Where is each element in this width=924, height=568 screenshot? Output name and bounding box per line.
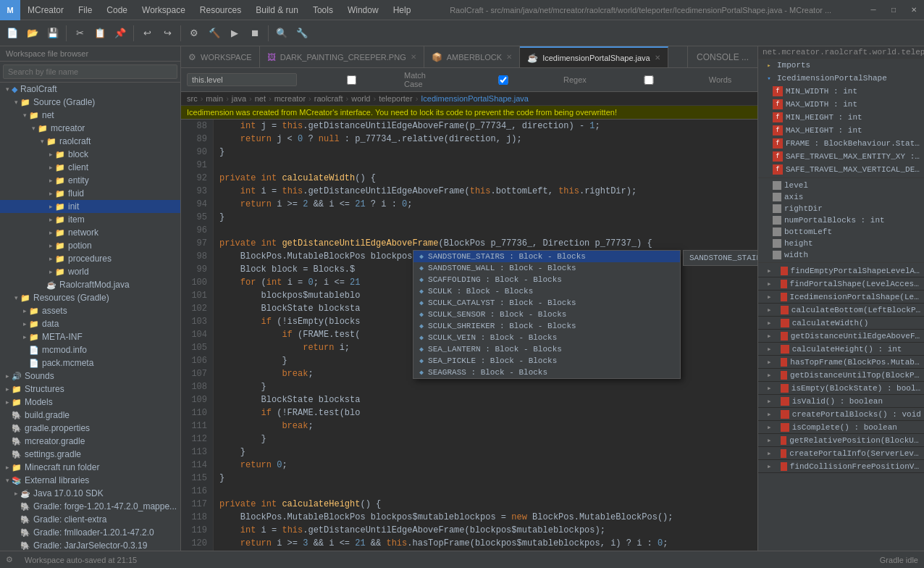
ac-item-6[interactable]: ◆ SCULK_SHRIEKER : Block - Blocks <box>413 320 680 332</box>
tree-models[interactable]: ▸ 📁 Models <box>0 396 180 409</box>
tree-buildgradle[interactable]: ▸ 🐘 build.gradle <box>0 409 180 422</box>
class-item[interactable]: ▾ IcedimensionPortalShape <box>758 72 924 85</box>
tree-item[interactable]: ▸ 📁 item <box>0 213 180 226</box>
field-level[interactable]: level <box>758 180 924 191</box>
method-calc-height[interactable]: ▸ calculateHeight() : int <box>758 343 924 356</box>
field-safe-vert[interactable]: f SAFE_TRAVEL_MAX_VERTICAL_DELT... <box>758 163 924 176</box>
tree-entity[interactable]: ▸ 📁 entity <box>0 174 180 187</box>
regex-option[interactable]: Regex <box>445 75 587 85</box>
toolbar-paste[interactable]: 📌 <box>111 24 130 43</box>
ac-item-8[interactable]: ◆ SEA_LANTERN : Block - Blocks <box>413 343 680 355</box>
ac-item-9[interactable]: ◆ SEA_PICKLE : Block - Blocks <box>413 355 680 367</box>
words-option[interactable]: Words <box>591 75 732 85</box>
toolbar-open[interactable]: 📂 <box>23 24 42 43</box>
find-input[interactable] <box>187 73 297 86</box>
method-find-empty[interactable]: ▸ findEmptyPortalShapeLevelAcces... <box>758 264 924 277</box>
field-frame[interactable]: f FRAME : BlockBehaviour.StatePredic... <box>758 137 924 150</box>
minimize-button[interactable]: ─ <box>863 0 883 20</box>
match-case-option[interactable]: Match Case <box>301 71 441 88</box>
tree-init[interactable]: ▸ 📁 init <box>0 200 180 213</box>
method-isvalid[interactable]: ▸ isValid() : boolean <box>758 395 924 408</box>
ac-item-5[interactable]: ◆ SCULK_SENSOR : Block - Blocks <box>413 309 680 320</box>
method-isempty[interactable]: ▸ isEmpty(BlockState) : boolean <box>758 382 924 395</box>
toolbar-btn9[interactable]: 🔍 <box>272 24 291 43</box>
tab-workspace[interactable]: ⚙ WORKSPACE <box>181 46 260 67</box>
field-bottomleft[interactable]: bottomLeft <box>758 226 924 238</box>
field-width[interactable]: width <box>758 249 924 261</box>
tree-raolcraftmod[interactable]: ▸ ☕ RaolcraftMod.java <box>0 278 180 291</box>
match-case-checkbox[interactable] <box>301 75 402 85</box>
field-height[interactable]: height <box>758 238 924 249</box>
ac-item-7[interactable]: ◆ SCULK_VEIN : Block - Blocks <box>413 332 680 343</box>
ac-item-3[interactable]: ◆ SCULK : Block - Blocks <box>413 285 680 297</box>
method-iscomplete[interactable]: ▸ isComplete() : boolean <box>758 421 924 434</box>
regex-checkbox[interactable] <box>445 75 561 85</box>
tree-client-extra[interactable]: ▸ 🐘 Gradle: client-extra <box>0 513 180 526</box>
field-max-height[interactable]: f MAX_HEIGHT : int <box>758 124 924 137</box>
close-icedimension[interactable]: ✕ <box>655 54 660 62</box>
field-min-width[interactable]: f MIN_WIDTH : int <box>758 85 924 98</box>
field-min-height[interactable]: f MIN_HEIGHT : int <box>758 111 924 124</box>
menu-code[interactable]: Code <box>99 0 135 20</box>
tree-packmcmeta[interactable]: ▸ 📄 pack.mcmeta <box>0 356 180 369</box>
tree-java-sdk[interactable]: ▸ ☕ Java 17.0.10 SDK <box>0 487 180 500</box>
tree-network[interactable]: ▸ 📁 network <box>0 226 180 239</box>
words-checkbox[interactable] <box>591 75 707 85</box>
tree-world[interactable]: ▸ 📁 world <box>0 265 180 278</box>
menu-file[interactable]: File <box>71 0 99 20</box>
toolbar-new[interactable]: 📄 <box>3 24 22 43</box>
tree-sounds[interactable]: ▸ 🔊 Sounds <box>0 369 180 383</box>
toolbar-btn10[interactable]: 🔧 <box>293 24 311 43</box>
menu-window[interactable]: Window <box>340 0 386 20</box>
tree-client[interactable]: ▸ 📁 client <box>0 161 180 174</box>
menu-mcreator[interactable]: MCreator <box>20 0 71 20</box>
field-safe-xy[interactable]: f SAFE_TRAVEL_MAX_ENTITY_XY : floa... <box>758 150 924 163</box>
tree-gradle-forge[interactable]: ▸ 🐘 Gradle: forge-1.20.1-47.2.0_mappe... <box>0 500 180 513</box>
tree-procedures[interactable]: ▸ 📁 procedures <box>0 252 180 265</box>
tree-mcreatorgradle[interactable]: ▸ 🐘 mcreator.gradle <box>0 435 180 448</box>
tree-potion[interactable]: ▸ 📁 potion <box>0 239 180 252</box>
tree-metainf[interactable]: ▸ 📁 META-INF <box>0 330 180 343</box>
field-rightdir[interactable]: rightDir <box>758 203 924 214</box>
tree-structures[interactable]: ▸ 📁 Structures <box>0 383 180 396</box>
ac-item-2[interactable]: ◆ SCAFFOLDING : Block - Blocks <box>413 274 680 285</box>
close-amberblock[interactable]: ✕ <box>506 53 512 61</box>
tab-icedimension[interactable]: ☕ IcedimensionPortalShape.java ✕ <box>520 46 668 67</box>
menu-tools[interactable]: Tools <box>306 0 340 20</box>
method-create-portal[interactable]: ▸ createPortalBlocks() : void <box>758 408 924 421</box>
close-dark-painting[interactable]: ✕ <box>411 53 416 61</box>
tree-settingsgradle[interactable]: ▸ 🐘 settings.gradle <box>0 448 180 461</box>
menu-workspace[interactable]: Workspace <box>135 0 193 20</box>
maximize-button[interactable]: □ <box>883 0 904 20</box>
toolbar-cut[interactable]: ✂ <box>70 24 89 43</box>
imports-item[interactable]: ▸ Imports <box>758 59 924 72</box>
tree-mcreator[interactable]: ▾ 📁 mcreator <box>0 122 180 135</box>
menu-resources[interactable]: Resources <box>193 0 248 20</box>
field-numportal[interactable]: numPortalBlocks : int <box>758 214 924 226</box>
tree-mcmodinfo[interactable]: ▸ 📄 mcmod.info <box>0 343 180 356</box>
tree-assets[interactable]: ▸ 📁 assets <box>0 304 180 317</box>
ac-item-1[interactable]: ◆ SANDSTONE_WALL : Block - Blocks <box>413 262 680 274</box>
tree-runfolder[interactable]: ▸ 📁 Minecraft run folder <box>0 461 180 474</box>
toolbar-copy[interactable]: 📋 <box>91 24 109 43</box>
toolbar-btn5[interactable]: ⚙ <box>185 24 203 43</box>
tree-gradleprop[interactable]: ▸ 🐘 gradle.properties <box>0 422 180 435</box>
tree-raolcraft[interactable]: ▾ ◆ RaolCraft <box>0 83 180 96</box>
method-get-relative[interactable]: ▸ getRelativePosition(BlockUtil.Found... <box>758 434 924 447</box>
tree-block[interactable]: ▸ 📁 block <box>0 148 180 161</box>
toolbar-btn7[interactable]: ▶ <box>225 24 244 43</box>
method-get-dist-top[interactable]: ▸ getDistanceUntilTop(BlockPos.Mut... <box>758 369 924 382</box>
tree-raolcraft2[interactable]: ▾ 📁 raolcraft <box>0 135 180 148</box>
tree-fluid[interactable]: ▸ 📁 fluid <box>0 187 180 200</box>
toolbar-undo[interactable]: ↩ <box>138 24 156 43</box>
method-hastop[interactable]: ▸ hasTopFrame(BlockPos.MutableBlo... <box>758 356 924 369</box>
tree-net[interactable]: ▾ 📁 net <box>0 109 180 122</box>
tree-jarjarselector[interactable]: ▸ 🐘 Gradle: JarJarSelector-0.3.19 <box>0 539 180 551</box>
toolbar-btn6[interactable]: 🔨 <box>205 24 224 43</box>
menu-help[interactable]: Help <box>386 0 419 20</box>
ac-item-0[interactable]: ◆ SANDSTONE_STAIRS : Block - Blocks <box>413 251 680 262</box>
toolbar-btn8[interactable]: ⏹ <box>245 24 264 43</box>
method-calc-bottom[interactable]: ▸ calculateBottom(LeftBlockPos) <box>758 304 924 317</box>
toolbar-save[interactable]: 💾 <box>43 24 62 43</box>
method-create-portal-info[interactable]: ▸ createPortalInfo(ServerLevel, Block... <box>758 447 924 460</box>
